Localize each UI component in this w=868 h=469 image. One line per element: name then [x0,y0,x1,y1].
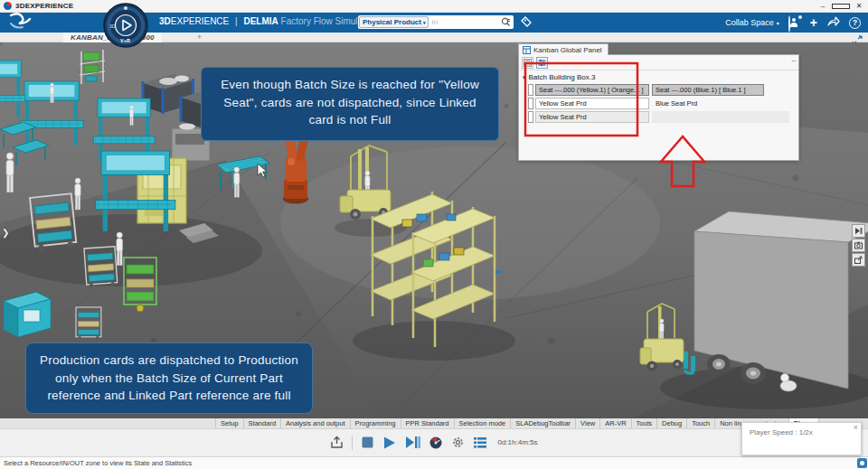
kanban-column-header[interactable]: Seat ---.000 (Yellow.1) [ Orange.1 ] [535,84,649,96]
step-forward-button[interactable] [405,436,420,449]
search-bar: Physical Product ▾ [358,15,514,29]
brand-3d: 3D [159,16,171,26]
compass-left-label: 3D [109,23,116,29]
ribbon-tab-programming[interactable]: Programming [351,418,401,428]
kanban-global-panel: Kanban Global Panel – ▾ Batch Building B… [518,43,799,161]
collab-space-label: Collab Space [725,18,774,27]
play-media-icon[interactable] [852,224,865,238]
status-message: Select a Resource/IN/OUT zone to view it… [0,459,192,467]
kanban-panel-title: Kanban Global Panel [533,46,602,54]
help-button[interactable]: ? [849,17,861,29]
ribbon-tab-debug[interactable]: Debug [657,418,687,428]
camera-icon[interactable] [852,239,865,252]
kanban-card[interactable]: Yellow Seat Prd [535,98,649,109]
minimize-button[interactable]: – [814,0,832,13]
collab-space-dropdown[interactable]: Collab Space ▾ [725,18,779,27]
status-bar: Select a Resource/IN/OUT zone to view it… [0,456,868,469]
add-content-button[interactable]: + [810,16,817,29]
ribbon-tab-analysis[interactable]: Analysis and output [281,418,350,428]
toolbar-separator [352,436,353,450]
tree-expander-icon[interactable]: ▾ [523,74,526,81]
application-title: 3DEXPERIENCE | DELMIA Factory Flow Simul… [159,16,377,26]
filter-settings-icon[interactable] [536,57,548,69]
share-icon[interactable] [826,14,840,31]
ribbon-tab-setup[interactable]: Setup [215,418,244,428]
player-speed-label: Player Speed : 1/2x [742,423,861,436]
truck-trailer[interactable] [684,211,868,389]
bottom-bar: Setup Standard Analysis and output Progr… [0,418,868,456]
panel-collapse-chevron[interactable]: ❯ [2,228,9,238]
ribbon-tab-ppr-standard[interactable]: PPR Standard [401,418,455,428]
simulation-list-icon[interactable] [473,436,487,449]
player-controls: 0d:1h:4m:5s [0,429,868,455]
chevron-down-icon: ▾ [777,20,779,26]
annotation-bottom: Production cards are dispatched to Produ… [25,342,313,414]
window-title: 3DEXPERIENCE [15,2,73,10]
brand-delmia: DELMIA [243,16,278,26]
kanban-card[interactable]: Blue Seat Prd [652,98,764,109]
viewport-side-tools [852,224,865,267]
export-simulation-icon[interactable] [330,436,344,449]
simulation-time-display: 0d:1h:4m:5s [497,438,537,446]
ribbon-tab-ar-vr[interactable]: AR-VR [600,418,631,428]
notification-dot [798,15,802,19]
tag-icon[interactable] [520,15,533,33]
ribbon-tab-touch[interactable]: Touch [687,418,715,428]
search-scope-label: Physical Product [363,18,421,26]
kanban-panel-toolbar [519,55,798,70]
ribbon-tab-selection-mode[interactable]: Selection mode [455,418,512,428]
simulation-speed-gauge-icon[interactable] [429,436,443,450]
panel-minimize-button[interactable]: – [792,56,796,64]
app-window-icon [4,2,12,10]
card-slot[interactable] [528,98,533,109]
close-button[interactable]: ✕ [850,0,868,13]
kanban-card[interactable]: Yellow Seat Prd [535,111,649,123]
ribbon-tab-standard[interactable]: Standard [244,418,281,428]
chevron-down-icon: ▾ [423,20,426,25]
card-slot[interactable] [528,84,533,96]
card-slot[interactable] [528,111,533,123]
kanban-panel-body: – ▾ Batch Building Box.3 Seat [518,54,799,161]
save-report-icon[interactable] [522,57,533,69]
kanban-row: Yellow Seat Prd [528,111,798,123]
dassault-systemes-logo[interactable] [0,12,36,34]
ribbon-tab-sladebugtoolbar[interactable]: SLADebugToolbar [511,418,576,428]
maximize-button[interactable] [832,0,850,13]
ribbon-tab-strip: Setup Standard Analysis and output Progr… [0,418,868,429]
dassault-status-icon[interactable] [857,458,867,468]
kanban-table: Seat ---.000 (Yellow.1) [ Orange.1 ] Sea… [528,84,798,123]
compass-bottom-label: V+R [120,38,130,43]
kanban-header-row: Seat ---.000 (Yellow.1) [ Orange.1 ] Sea… [528,84,798,96]
player-settings-gear-icon[interactable] [451,436,465,449]
application-window: 3DEXPERIENCE – ✕ 3DEXPERIENCE | DELMIA F… [0,0,868,469]
export-media-icon[interactable] [852,253,865,267]
expand-viewport-icon[interactable] [852,33,864,42]
ribbon-tab-tools[interactable]: Tools [632,418,658,428]
user-avatar-icon[interactable] [788,16,801,29]
maximize-icon [832,4,850,9]
brand-separator: | [235,16,238,26]
ribbon-tab-view[interactable]: View [576,418,600,428]
brand-experience: EXPERIENCE [171,16,229,26]
tree-node-label: Batch Building Box.3 [529,73,596,81]
compass-play-badge[interactable]: 3D V+R [102,2,149,49]
search-icon[interactable] [501,17,514,27]
kanban-card-empty[interactable] [652,111,789,123]
new-tab-button[interactable]: + [197,33,202,42]
kanban-column-header[interactable]: Seat ---.000 (Blue.1) [ Blue.1 ] [652,84,764,96]
table-icon [523,46,531,54]
batch-building-box-node[interactable]: ▾ Batch Building Box.3 [519,70,798,83]
stop-button[interactable] [361,436,374,449]
search-scope-dropdown[interactable]: Physical Product ▾ [359,16,429,28]
kanban-row: Yellow Seat Prd Blue Seat Prd [528,98,798,109]
player-speed-popup: Player Speed : 1/2x × [741,422,862,455]
popup-close-button[interactable]: × [854,423,858,432]
search-input[interactable] [429,18,501,26]
play-button[interactable] [382,436,397,450]
annotation-top: Even though Batch Size is reached for "Y… [201,67,499,141]
kanban-panel-tab[interactable]: Kanban Global Panel [518,43,609,55]
3d-viewport[interactable]: Even though Batch Size is reached for "Y… [0,42,868,418]
